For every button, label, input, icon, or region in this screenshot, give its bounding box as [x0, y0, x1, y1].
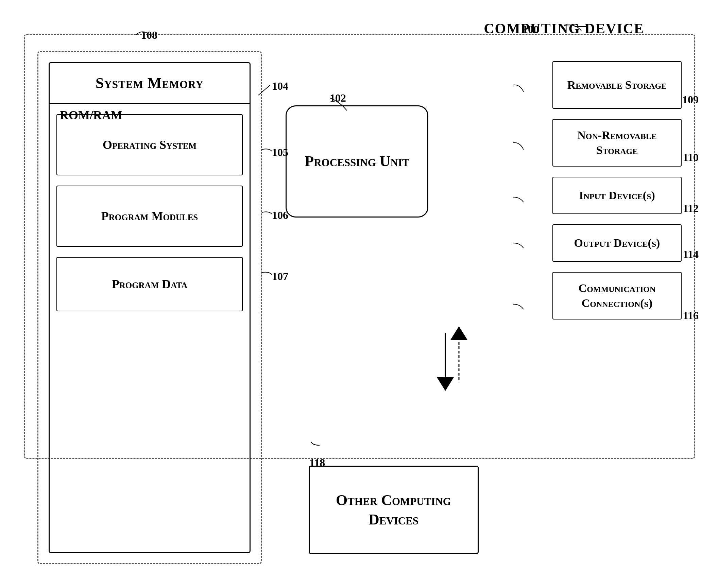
ref-110: 110 [683, 151, 699, 164]
program-data-label: Program Data [112, 276, 188, 292]
diagram-container: COMPUTING DEVICE 100 System Memory ROM/R… [14, 14, 705, 574]
other-devices-box: Other Computing Devices [309, 466, 479, 554]
communication-connections-box: Communication Connection(s) [552, 272, 682, 319]
ref-104: 104 [272, 80, 288, 92]
non-removable-storage-box: Non-Removable Storage [552, 119, 682, 167]
ref-109: 109 [682, 93, 699, 106]
processing-unit-box: Processing Unit [286, 105, 428, 218]
non-removable-storage-label: Non-Removable Storage [557, 128, 678, 158]
os-box: Operating System [56, 114, 243, 175]
ref-112: 112 [683, 202, 699, 215]
system-memory-inner-box: System Memory ROM/RAM Operating System P… [49, 62, 251, 553]
program-data-box: Program Data [56, 257, 243, 311]
communication-connections-label: Communication Connection(s) [557, 281, 678, 311]
os-label: Operating System [103, 137, 196, 153]
processing-unit-label: Processing Unit [305, 152, 409, 171]
removable-storage-label: Removable Storage [567, 77, 667, 92]
ref-107: 107 [272, 270, 288, 283]
system-memory-outer-box: System Memory ROM/RAM Operating System P… [37, 51, 262, 564]
input-devices-label: Input Device(s) [579, 188, 655, 203]
ref-118: 118 [309, 456, 325, 469]
program-modules-box: Program Modules [56, 186, 243, 247]
other-devices-label: Other Computing Devices [310, 490, 478, 529]
ref-105: 105 [272, 146, 288, 159]
removable-storage-box: Removable Storage [552, 61, 682, 109]
output-devices-label: Output Device(s) [574, 236, 660, 250]
ref-102: 102 [330, 92, 346, 104]
system-memory-title: System Memory [96, 74, 204, 92]
output-devices-box: Output Device(s) [552, 224, 682, 262]
ref-116: 116 [683, 309, 699, 322]
ref-108: 108 [141, 29, 157, 41]
input-devices-box: Input Device(s) [552, 177, 682, 214]
ref-106: 106 [272, 209, 288, 222]
program-modules-label: Program Modules [101, 208, 198, 224]
system-memory-header: System Memory [50, 63, 250, 104]
ref-114: 114 [683, 248, 699, 261]
